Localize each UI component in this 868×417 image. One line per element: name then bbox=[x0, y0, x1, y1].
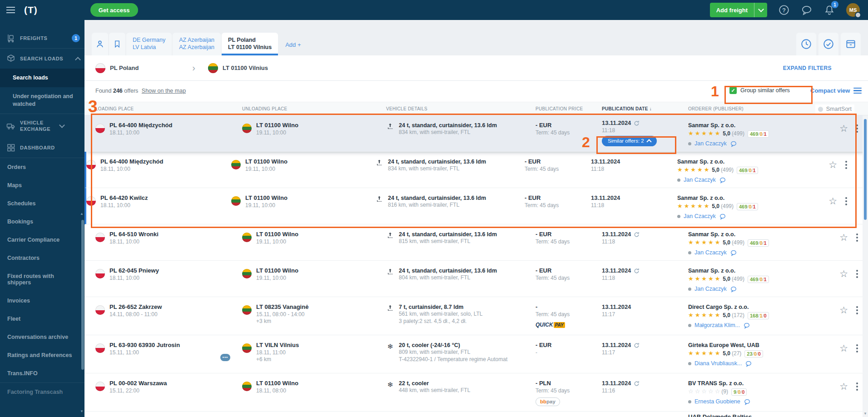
sidebar-item-search-loads[interactable]: SEARCH LOADS bbox=[0, 49, 84, 69]
orderer-name[interactable]: Sanmar Sp. z o.o. bbox=[677, 158, 758, 165]
contact-name-link[interactable]: Diana Vrubliausk... bbox=[694, 360, 742, 367]
favorite-star-icon[interactable]: ☆ bbox=[828, 160, 837, 188]
kebab-menu-icon[interactable] bbox=[856, 124, 858, 126]
column-header[interactable]: ORDERER (PUBLISHER) bbox=[688, 106, 829, 111]
offer-row[interactable]: PL 64-400 Międzychód 18.11, 10:00 LT 011… bbox=[84, 115, 868, 152]
offer-row[interactable]: PL 00-002 Warszawa 15.11, 22:00 LT 01100… bbox=[84, 373, 868, 412]
favorite-star-icon[interactable]: ☆ bbox=[839, 382, 848, 411]
favorite-star-icon[interactable]: ☆ bbox=[839, 269, 848, 297]
offer-row[interactable]: PL 64-510 Wronki 18.11, 10:00 LT 01100 W… bbox=[84, 224, 868, 261]
orderer-name[interactable]: Sanmar Sp. z o.o. bbox=[688, 231, 769, 238]
archive-tab[interactable] bbox=[841, 33, 861, 55]
sidebar-scrollbar-thumb[interactable] bbox=[81, 220, 84, 370]
offer-row[interactable]: PL 63-930 63930 Jutrosin 15.11, 11:00 ••… bbox=[84, 335, 868, 373]
group-similar-checkbox[interactable]: ✓ bbox=[729, 87, 737, 94]
orderer-name[interactable]: Sanmar Sp. z o.o. bbox=[688, 267, 769, 274]
help-icon[interactable]: ? bbox=[778, 4, 790, 16]
history-tab[interactable] bbox=[796, 33, 816, 55]
refresh-icon[interactable] bbox=[634, 120, 640, 126]
sidebar-link-3[interactable]: Bookings bbox=[0, 213, 84, 231]
sidebar-link-2[interactable]: Schedules bbox=[0, 194, 84, 213]
favorite-star-icon[interactable]: ☆ bbox=[839, 343, 848, 373]
chat-bubble-icon[interactable] bbox=[730, 249, 737, 256]
chat-bubble-icon[interactable] bbox=[743, 322, 750, 329]
search-tab-0[interactable]: DE Germany LV Latvia bbox=[126, 33, 172, 55]
group-similar-offers-control[interactable]: ✓ Group similar offers bbox=[729, 87, 790, 94]
sidebar-item-dashboard[interactable]: DASHBOARD bbox=[0, 138, 84, 158]
refresh-icon[interactable] bbox=[634, 268, 640, 274]
scroll-down-arrow[interactable]: ▼ bbox=[863, 412, 867, 416]
column-header[interactable]: PUBLICATION DATE ↓ bbox=[602, 106, 688, 111]
contact-name-link[interactable]: Jan Czaczyk bbox=[694, 249, 727, 256]
contacts-tab[interactable] bbox=[92, 33, 108, 55]
chat-bubble-icon[interactable] bbox=[730, 286, 737, 293]
chat-bubble-icon[interactable] bbox=[719, 213, 726, 220]
sidebar-link-7[interactable]: Invoices bbox=[0, 292, 84, 310]
sidebar-subitem-0[interactable]: Search loads bbox=[0, 69, 84, 87]
compact-view-toggle[interactable]: Compact view bbox=[810, 87, 862, 94]
orderer-name[interactable]: Direct Cargo Sp. z o.o. bbox=[688, 303, 769, 311]
contact-name-link[interactable]: Małgorzata Klim... bbox=[694, 322, 740, 329]
offer-row[interactable]: PL 64-420 Kwilcz 18.11, 10:00 LT 01100 W… bbox=[84, 188, 868, 224]
contact-name-link[interactable]: Ernesta Guobiene bbox=[694, 398, 740, 405]
offer-row[interactable]: PL 62-045 Pniewy 18.11, 10:00 LT 01100 W… bbox=[84, 261, 868, 297]
user-avatar[interactable]: MS bbox=[846, 3, 860, 17]
refresh-icon[interactable] bbox=[634, 381, 640, 387]
column-header[interactable]: UNLOADING PLACE bbox=[242, 106, 386, 111]
chat-bubble-icon[interactable] bbox=[745, 360, 752, 367]
add-tab-button[interactable]: Add + bbox=[285, 41, 301, 48]
sidebar-link-4[interactable]: Carrier Compliance bbox=[0, 231, 84, 249]
column-header[interactable]: VEHICLE DETAILS bbox=[386, 106, 536, 111]
sidebar-link-1[interactable]: Maps bbox=[0, 176, 84, 194]
sidebar-item-freights[interactable]: FREIGHTS 1 bbox=[0, 28, 84, 48]
smartsort-toggle[interactable]: SmartSort bbox=[815, 104, 854, 114]
kebab-menu-icon[interactable] bbox=[845, 197, 847, 199]
note-badge[interactable]: ••• bbox=[220, 354, 230, 361]
sidebar-link-11[interactable]: Trans.INFO bbox=[0, 364, 84, 382]
contact-name-link[interactable]: Jan Czaczyk bbox=[694, 140, 727, 147]
refresh-icon[interactable] bbox=[634, 343, 640, 348]
favorite-star-icon[interactable]: ☆ bbox=[828, 196, 837, 224]
offer-row[interactable]: PL 64-400 Międzychód 18.11, 10:00 LT 011… bbox=[84, 152, 868, 188]
sidebar-link-0[interactable]: Orders bbox=[0, 158, 84, 176]
column-header[interactable]: LOADING PLACE bbox=[95, 106, 242, 111]
sidebar-link-8[interactable]: Fleet bbox=[0, 310, 84, 328]
orderer-name[interactable]: Sanmar Sp. z o.o. bbox=[677, 194, 758, 202]
notifications-bell-icon[interactable]: 1 bbox=[823, 4, 835, 16]
accepted-tab[interactable] bbox=[818, 33, 838, 55]
sidebar-link-6[interactable]: Fixed routes with shippers bbox=[0, 267, 84, 292]
column-header[interactable]: PUBLICATION PRICE bbox=[536, 106, 602, 111]
saved-searches-tab[interactable] bbox=[109, 33, 125, 55]
kebab-menu-icon[interactable] bbox=[856, 344, 858, 346]
kebab-menu-icon[interactable] bbox=[856, 233, 858, 235]
orderer-name[interactable]: Sanmar Sp. z o.o. bbox=[688, 122, 769, 129]
sidebar-scroll-up-arrow[interactable]: ▲ bbox=[80, 212, 84, 216]
similar-offers-button[interactable]: Similar offers: 2 bbox=[602, 136, 657, 146]
sidebar-link-9[interactable]: Conversations archive bbox=[0, 328, 84, 346]
chat-icon[interactable] bbox=[801, 4, 813, 16]
kebab-menu-icon[interactable] bbox=[845, 161, 847, 163]
sidebar-link-disabled[interactable]: Factoring Transcash bbox=[0, 383, 84, 401]
contact-name-link[interactable]: Jan Czaczyk bbox=[684, 213, 716, 220]
add-freight-button[interactable]: Add freight bbox=[710, 3, 767, 17]
get-access-button[interactable]: Get access bbox=[90, 3, 138, 17]
add-freight-dropdown[interactable] bbox=[754, 9, 767, 11]
expand-filters-link[interactable]: EXPAND FILTERS bbox=[783, 65, 832, 71]
favorite-star-icon[interactable]: ☆ bbox=[839, 124, 848, 151]
search-tab-2[interactable]: PL Poland LT 01100 Vilnius bbox=[222, 33, 278, 55]
filter-to[interactable]: LT 01100 Vilnius bbox=[223, 65, 268, 71]
filter-from[interactable]: PL Poland bbox=[110, 65, 139, 71]
hamburger-menu-icon[interactable] bbox=[6, 7, 15, 13]
chat-bubble-icon[interactable] bbox=[730, 140, 737, 147]
favorite-star-icon[interactable]: ☆ bbox=[839, 233, 848, 260]
offer-row[interactable]: PL 26-652 Zakrzew 14.11, 08:00 - 11:00 L… bbox=[84, 297, 868, 335]
favorite-star-icon[interactable]: ☆ bbox=[839, 305, 848, 335]
kebab-menu-icon[interactable] bbox=[856, 382, 858, 384]
refresh-icon[interactable] bbox=[634, 232, 640, 238]
search-tab-1[interactable]: AZ Azerbaijan AZ Azerbaijan bbox=[173, 33, 221, 55]
orderer-name[interactable]: Girteka Europe West, UAB bbox=[688, 342, 763, 349]
offer-row-partial[interactable]: UAB Delamode Baltics bbox=[84, 412, 868, 417]
chat-bubble-icon[interactable] bbox=[744, 398, 751, 405]
contact-name-link[interactable]: Jan Czaczyk bbox=[694, 285, 727, 293]
table-scrollbar[interactable]: ▼ bbox=[863, 115, 868, 417]
